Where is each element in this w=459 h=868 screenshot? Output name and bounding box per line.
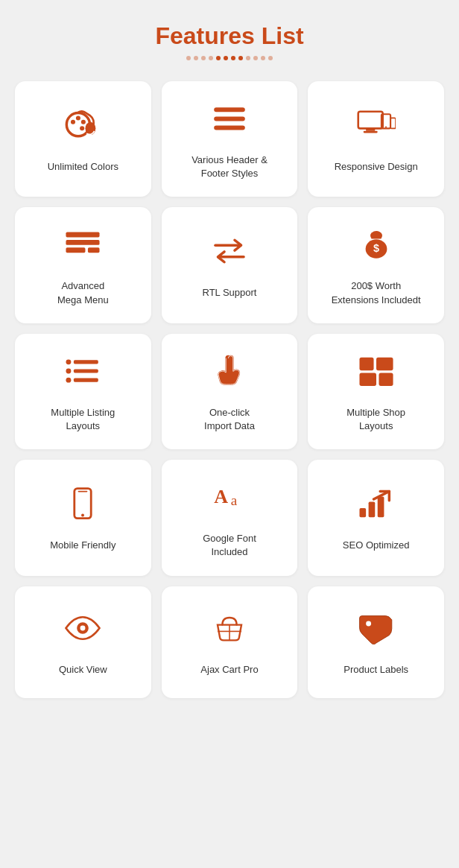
- svg-text:a: a: [231, 492, 238, 508]
- svg-rect-38: [359, 508, 366, 517]
- svg-rect-10: [366, 128, 375, 130]
- svg-point-23: [66, 359, 72, 364]
- svg-point-25: [66, 368, 72, 373]
- dot: [194, 56, 198, 60]
- svg-rect-6: [214, 107, 245, 112]
- dot: [186, 56, 191, 60]
- svg-rect-30: [376, 358, 393, 370]
- svg-point-2: [76, 116, 80, 121]
- card-label: One-clickImport Data: [204, 406, 255, 433]
- oneclick-icon: [210, 355, 249, 393]
- svg-point-35: [81, 514, 84, 517]
- card-seo: SEO Optimized: [308, 460, 444, 575]
- svg-rect-26: [74, 369, 98, 373]
- page-header: Features List: [15, 22, 444, 60]
- shoplayout-icon: [357, 355, 396, 393]
- card-header-footer: Various Header &Footer Styles: [162, 81, 298, 197]
- dot: [261, 56, 265, 60]
- svg-rect-17: [66, 248, 86, 253]
- page: Features List: [0, 0, 459, 728]
- hamburger-icon: [210, 102, 249, 140]
- card-label: Ajax Cart Pro: [200, 663, 258, 677]
- svg-point-13: [385, 127, 387, 128]
- card-product-labels: Product Labels: [308, 586, 444, 698]
- card-label: Unlimited Colors: [48, 160, 118, 174]
- dot: [246, 56, 250, 60]
- card-unlimited-colors: Unlimited Colors: [15, 81, 151, 197]
- card-rtl: RTL Support: [162, 207, 298, 323]
- svg-rect-29: [359, 358, 373, 370]
- svg-point-1: [71, 120, 75, 124]
- card-label: Multiple ShopLayouts: [346, 406, 405, 433]
- svg-rect-39: [368, 502, 375, 518]
- eye-icon: [63, 612, 102, 650]
- svg-rect-33: [75, 489, 91, 519]
- svg-text:A: A: [214, 486, 228, 507]
- moneybag-icon: $: [357, 228, 396, 266]
- seo-icon: [357, 487, 396, 525]
- dot: [268, 56, 273, 60]
- card-responsive: Responsive Design: [308, 81, 444, 197]
- svg-point-43: [80, 625, 86, 630]
- svg-rect-32: [379, 373, 393, 385]
- card-listing: Multiple ListingLayouts: [15, 334, 151, 449]
- card-quick-view: Quick View: [15, 586, 151, 698]
- card-shop-layouts: Multiple ShopLayouts: [308, 334, 444, 449]
- svg-point-3: [81, 120, 86, 124]
- card-label: 200$ WorthExtensions Includedt: [332, 279, 421, 306]
- card-font: A a Google FontIncluded: [162, 460, 298, 575]
- svg-rect-40: [377, 497, 384, 518]
- page-title: Features List: [15, 22, 444, 50]
- card-label: SEO Optimized: [343, 539, 410, 552]
- svg-rect-34: [78, 491, 88, 492]
- svg-rect-9: [358, 112, 382, 129]
- label-icon: [357, 612, 396, 650]
- dot: [216, 56, 221, 60]
- svg-rect-31: [359, 373, 376, 385]
- mobile-icon: [63, 487, 102, 525]
- svg-rect-15: [66, 232, 100, 238]
- dot: [209, 56, 213, 60]
- card-mega-menu: AdvancedMega Menu: [15, 207, 151, 323]
- svg-rect-28: [74, 378, 98, 381]
- font-icon: A a: [210, 481, 249, 519]
- svg-rect-16: [66, 240, 100, 245]
- svg-rect-18: [88, 248, 100, 253]
- card-label: Various Header &Footer Styles: [191, 153, 268, 180]
- card-ajax-cart: Ajax Cart Pro: [162, 586, 298, 698]
- palette-icon: [63, 109, 102, 147]
- svg-point-27: [66, 377, 72, 382]
- svg-rect-8: [214, 126, 245, 130]
- listing-icon: [63, 355, 102, 393]
- svg-point-46: [366, 621, 371, 626]
- dots-decoration: [15, 56, 444, 60]
- cart-icon: [210, 612, 249, 650]
- card-extensions: $ 200$ WorthExtensions Includedt: [308, 207, 444, 323]
- card-label: AdvancedMega Menu: [57, 279, 109, 306]
- svg-text:$: $: [373, 242, 379, 254]
- dot: [231, 56, 235, 60]
- responsive-icon: [357, 109, 396, 147]
- dot: [201, 56, 206, 60]
- card-label: Mobile Friendly: [50, 539, 115, 552]
- dot: [224, 56, 228, 60]
- rtl-icon: [210, 235, 249, 273]
- card-label: Quick View: [59, 663, 107, 677]
- dot: [253, 56, 258, 60]
- card-label: RTL Support: [202, 286, 256, 300]
- card-label: Multiple ListingLayouts: [51, 406, 115, 433]
- svg-rect-7: [214, 116, 245, 121]
- features-grid: Unlimited Colors Various Header &Footer …: [15, 81, 444, 698]
- svg-rect-11: [363, 131, 377, 133]
- svg-rect-24: [74, 360, 98, 364]
- card-mobile: Mobile Friendly: [15, 460, 151, 575]
- card-label: Responsive Design: [335, 160, 418, 174]
- card-oneclick: One-clickImport Data: [162, 334, 298, 449]
- card-label: Product Labels: [344, 663, 408, 677]
- megamenu-icon: [63, 228, 102, 266]
- svg-point-4: [80, 126, 84, 130]
- card-label: Google FontIncluded: [203, 532, 256, 559]
- dot: [238, 56, 243, 60]
